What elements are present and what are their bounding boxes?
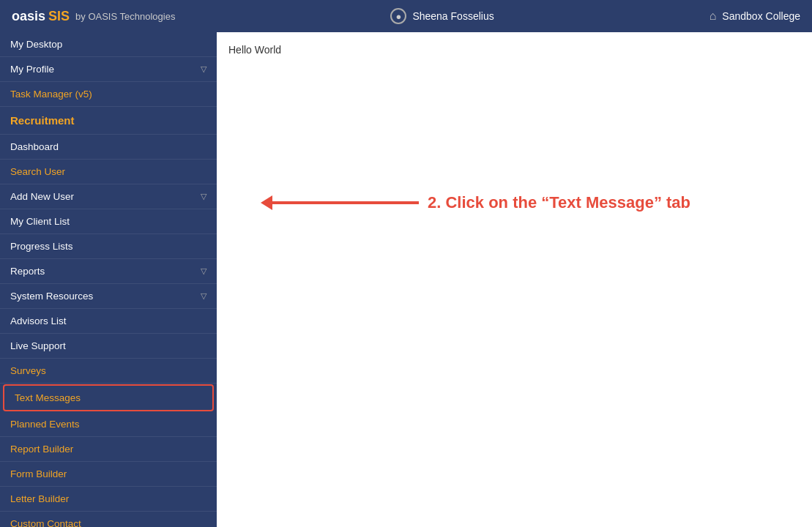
sidebar-item-label: Add New User — [10, 191, 74, 202]
sidebar-item-label: Progress Lists — [10, 241, 73, 252]
sidebar-item-my-desktop[interactable]: My Desktop — [0, 32, 217, 57]
sidebar-item-my-client-list[interactable]: My Client List — [0, 209, 217, 234]
sidebar-item-custom-contact[interactable]: Custom Contact — [0, 512, 217, 527]
main-content: Hello World 2. Click on the “Text Messag… — [217, 32, 812, 527]
header: oasisSIS by OASIS Technologies ● Sheena … — [0, 0, 812, 32]
header-right: ⌂ Sandbox College — [709, 10, 800, 23]
sidebar-item-label: Custom Contact — [10, 518, 81, 527]
sidebar-item-add-new-user[interactable]: Add New User▽ — [0, 184, 217, 209]
sidebar-item-progress-lists[interactable]: Progress Lists — [0, 234, 217, 259]
sidebar-item-live-support[interactable]: Live Support — [0, 334, 217, 359]
sidebar-item-label: Letter Builder — [10, 493, 69, 504]
sidebar-item-label: Advisors List — [10, 315, 67, 326]
sidebar-item-label: Report Builder — [10, 444, 73, 455]
sidebar-item-surveys[interactable]: Surveys — [0, 359, 217, 384]
chevron-down-icon: ▽ — [201, 64, 206, 74]
header-username: Sheena Fosselius — [412, 10, 493, 22]
sidebar-item-label: Surveys — [10, 365, 46, 376]
sidebar-item-dashboard[interactable]: Dashboard — [0, 135, 217, 160]
home-icon: ⌂ — [709, 10, 717, 23]
sidebar-item-label: My Client List — [10, 216, 70, 227]
header-center: ● Sheena Fosselius — [175, 8, 709, 24]
sidebar: My DesktopMy Profile▽Task Manager (v5)Re… — [0, 32, 217, 527]
sidebar-section-header[interactable]: Recruitment — [0, 107, 217, 135]
header-college: Sandbox College — [722, 10, 800, 22]
logo-by: by OASIS Technologies — [75, 11, 175, 22]
sidebar-item-label: Live Support — [10, 340, 66, 351]
sidebar-item-advisors-list[interactable]: Advisors List — [0, 309, 217, 334]
logo: oasisSIS by OASIS Technologies — [12, 9, 175, 24]
sidebar-item-label: Planned Events — [10, 419, 80, 430]
sidebar-item-search-user[interactable]: Search User — [0, 160, 217, 184]
sidebar-item-letter-builder[interactable]: Letter Builder — [0, 487, 217, 512]
chevron-down-icon: ▽ — [201, 291, 206, 301]
arrow-head — [261, 195, 272, 210]
sidebar-item-my-profile[interactable]: My Profile▽ — [0, 57, 217, 82]
sidebar-item-label: Task Manager (v5) — [10, 89, 92, 100]
arrow-line — [261, 195, 419, 210]
sidebar-item-label: My Profile — [10, 64, 54, 75]
user-icon: ● — [390, 8, 406, 24]
logo-sis: SIS — [48, 9, 70, 24]
annotation: 2. Click on the “Text Message” tab — [261, 193, 690, 212]
sidebar-item-label: My Desktop — [10, 39, 62, 50]
sidebar-item-report-builder[interactable]: Report Builder — [0, 437, 217, 462]
sidebar-item-reports[interactable]: Reports▽ — [0, 259, 217, 284]
arrow-shaft — [272, 201, 419, 204]
sidebar-item-text-messages[interactable]: Text Messages — [3, 384, 214, 411]
chevron-down-icon: ▽ — [201, 266, 206, 276]
sidebar-item-label: Search User — [10, 166, 65, 177]
logo-oasis: oasis — [12, 9, 45, 24]
sidebar-item-form-builder[interactable]: Form Builder — [0, 462, 217, 487]
sidebar-item-system-resources[interactable]: System Resources▽ — [0, 284, 217, 309]
sidebar-item-label: System Resources — [10, 291, 93, 302]
hello-text: Hello World — [228, 44, 800, 56]
sidebar-item-label: Dashboard — [10, 141, 59, 152]
sidebar-item-label: Form Builder — [10, 468, 67, 479]
sidebar-item-planned-events[interactable]: Planned Events — [0, 412, 217, 437]
sidebar-item-task-manager-v5[interactable]: Task Manager (v5) — [0, 82, 217, 107]
annotation-text: 2. Click on the “Text Message” tab — [428, 193, 690, 212]
sidebar-item-label: Reports — [10, 266, 45, 277]
sidebar-item-label: Text Messages — [15, 392, 81, 403]
layout: My DesktopMy Profile▽Task Manager (v5)Re… — [0, 32, 812, 527]
chevron-down-icon: ▽ — [201, 192, 206, 201]
